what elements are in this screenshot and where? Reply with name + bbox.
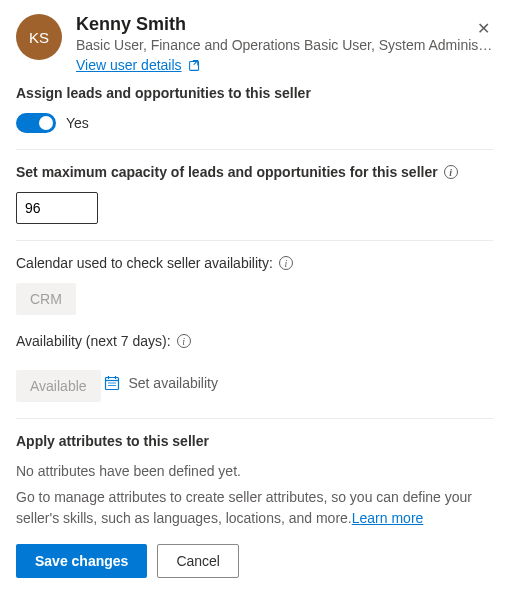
view-user-details-link[interactable]: View user details	[76, 57, 201, 73]
availability-label: Availability (next 7 days):	[16, 333, 171, 349]
set-availability-link[interactable]: Set availability	[104, 375, 218, 391]
assign-label: Assign leads and opportunities to this s…	[16, 85, 493, 101]
availability-section: Availability (next 7 days): i Available …	[16, 333, 493, 402]
learn-more-link[interactable]: Learn more	[352, 510, 424, 526]
calendar-value: CRM	[16, 283, 76, 315]
button-row: Save changes Cancel	[16, 544, 493, 578]
attributes-section: Apply attributes to this seller No attri…	[16, 433, 493, 528]
info-icon[interactable]: i	[177, 334, 191, 348]
svg-rect-1	[106, 378, 119, 390]
user-roles: Basic User, Finance and Operations Basic…	[76, 37, 493, 53]
divider	[16, 240, 493, 241]
assign-toggle[interactable]	[16, 113, 56, 133]
calendar-section: Calendar used to check seller availabili…	[16, 255, 493, 315]
cancel-button[interactable]: Cancel	[157, 544, 239, 578]
info-icon[interactable]: i	[279, 256, 293, 270]
capacity-label: Set maximum capacity of leads and opport…	[16, 164, 438, 180]
divider	[16, 418, 493, 419]
header-info: Kenny Smith Basic User, Finance and Oper…	[76, 14, 493, 73]
assign-section: Assign leads and opportunities to this s…	[16, 85, 493, 133]
header: KS Kenny Smith Basic User, Finance and O…	[16, 14, 493, 73]
set-availability-text: Set availability	[128, 375, 218, 391]
attributes-empty-text: No attributes have been defined yet.	[16, 461, 493, 481]
attributes-help-text: Go to manage attributes to create seller…	[16, 487, 493, 528]
assign-toggle-row: Yes	[16, 113, 493, 133]
info-icon[interactable]: i	[444, 165, 458, 179]
availability-label-row: Availability (next 7 days): i	[16, 333, 493, 349]
close-icon: ✕	[477, 19, 490, 38]
capacity-label-row: Set maximum capacity of leads and opport…	[16, 164, 493, 180]
toggle-thumb	[39, 116, 53, 130]
view-user-details-text: View user details	[76, 57, 182, 73]
user-name: Kenny Smith	[76, 14, 493, 35]
avatar: KS	[16, 14, 62, 60]
assign-toggle-value: Yes	[66, 115, 89, 131]
calendar-label: Calendar used to check seller availabili…	[16, 255, 273, 271]
close-button[interactable]: ✕	[473, 18, 493, 38]
divider	[16, 149, 493, 150]
calendar-icon	[104, 375, 120, 391]
calendar-label-row: Calendar used to check seller availabili…	[16, 255, 493, 271]
availability-value: Available	[16, 370, 101, 402]
avatar-initials: KS	[29, 29, 49, 46]
capacity-section: Set maximum capacity of leads and opport…	[16, 164, 493, 224]
capacity-input[interactable]	[16, 192, 98, 224]
attributes-heading: Apply attributes to this seller	[16, 433, 493, 449]
save-button[interactable]: Save changes	[16, 544, 147, 578]
external-link-icon	[188, 59, 201, 72]
